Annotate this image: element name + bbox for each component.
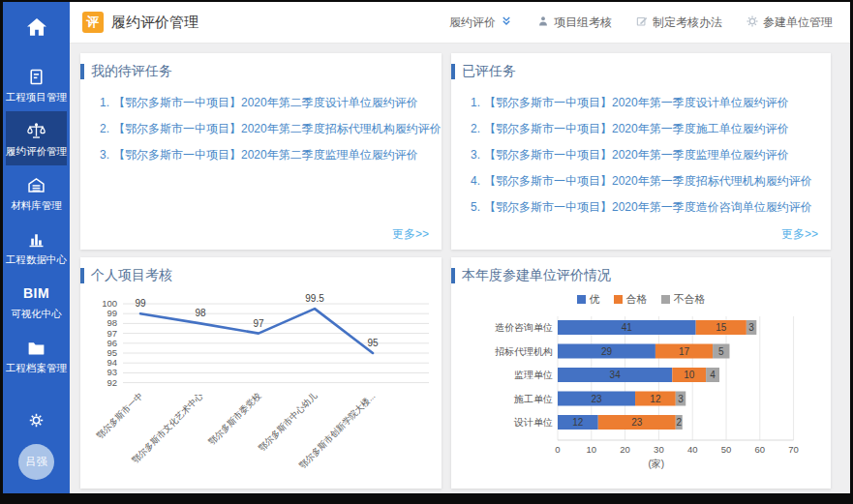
task-number: 4. — [471, 175, 480, 187]
page-title: 履约评价管理 — [111, 14, 198, 32]
title-accent-bar — [451, 268, 455, 283]
panel-title-text: 我的待评任务 — [91, 63, 172, 80]
panel-title: 本年度参建单位评价情况 — [463, 267, 819, 284]
legend-swatch — [614, 295, 623, 304]
sidebar-item-label: 履约评价管理 — [6, 145, 67, 159]
edit-icon — [635, 15, 649, 31]
sidebar-item-materials[interactable]: 材料库管理 — [6, 165, 67, 220]
nav-label: 参建单位管理 — [763, 15, 833, 31]
task-text: 【鄂尔多斯市一中项目】2020年第一季度监理单位履约评价 — [484, 149, 789, 161]
svg-text:监理单位: 监理单位 — [514, 370, 553, 380]
svg-text:10: 10 — [684, 370, 695, 380]
svg-text:12: 12 — [572, 417, 584, 428]
svg-text:23: 23 — [591, 394, 602, 404]
home-icon — [24, 15, 49, 44]
bar-chart-icon — [26, 227, 46, 251]
sidebar-item-bim[interactable]: BIM可视化中心 — [6, 274, 67, 328]
settings-gear-icon[interactable] — [28, 412, 45, 432]
warehouse-icon — [26, 173, 46, 196]
svg-text:40: 40 — [687, 444, 698, 455]
panel-title: 我的待评任务 — [92, 63, 430, 80]
nav-performance-eval[interactable]: 履约评价 — [449, 15, 513, 31]
legend-item: 合格 — [614, 292, 648, 307]
task-link[interactable]: 4.【鄂尔多斯市一中项目】2020年第一季度招标代理机构履约评价 — [471, 175, 819, 187]
svg-text:23: 23 — [631, 417, 643, 428]
svg-text:30: 30 — [654, 444, 664, 455]
svg-text:4: 4 — [710, 370, 716, 380]
content-grid: 我的待评任务 1.【鄂尔多斯市一中项目】2020年第二季度设计单位履约评价2.【… — [70, 44, 850, 493]
svg-text:99.5: 99.5 — [305, 293, 324, 304]
module-badge: 评 — [82, 12, 104, 33]
line-chart: 100999897969594939299989799.595鄂尔多斯市一中鄂尔… — [92, 288, 430, 484]
legend-label: 合格 — [626, 292, 648, 307]
sidebar-item-label: 可视化中心 — [11, 308, 62, 321]
sidebar-item-projects[interactable]: 工程项目管理 — [6, 57, 67, 111]
panel-title-text: 个人项目考核 — [91, 267, 172, 284]
svg-text:98: 98 — [195, 308, 206, 318]
document-icon — [26, 65, 46, 88]
user-avatar[interactable]: 吕强 — [18, 444, 54, 480]
svg-text:41: 41 — [622, 322, 633, 333]
nav-assessment-method[interactable]: 制定考核办法 — [635, 15, 722, 31]
svg-text:5: 5 — [718, 346, 724, 357]
svg-text:0: 0 — [555, 444, 560, 455]
task-link[interactable]: 3.【鄂尔多斯市一中项目】2020年第一季度监理单位履约评价 — [471, 149, 819, 161]
svg-text:鄂尔多斯市委党校: 鄂尔多斯市委党校 — [206, 391, 262, 447]
nav-unit-management[interactable]: 参建单位管理 — [746, 15, 833, 31]
svg-text:施工单位: 施工单位 — [513, 394, 553, 404]
evaluated-task-list: 1.【鄂尔多斯市一中项目】2020年第一季度设计单位履约评价2.【鄂尔多斯市一中… — [463, 97, 819, 213]
stacked-bar-chart: 010203040506070造价咨询单位41153招标代理机构29175监理单… — [463, 311, 819, 475]
task-link[interactable]: 2.【鄂尔多斯市一中项目】2020年第二季度招标代理机构履约评价 — [100, 123, 430, 134]
task-link[interactable]: 1.【鄂尔多斯市一中项目】2020年第一季度设计单位履约评价 — [471, 97, 819, 108]
svg-text:12: 12 — [650, 394, 661, 404]
sidebar-home-button[interactable] — [3, 11, 70, 47]
title-accent-bar — [80, 64, 84, 79]
chevron-double-down-icon — [500, 15, 513, 31]
task-text: 【鄂尔多斯市一中项目】2020年第一季度招标代理机构履约评价 — [484, 175, 812, 187]
task-text: 【鄂尔多斯市一中项目】2020年第一季度施工单位履约评价 — [484, 123, 789, 134]
task-text: 【鄂尔多斯市一中项目】2020年第一季度设计单位履约评价 — [484, 97, 789, 108]
nav-label: 制定考核办法 — [653, 15, 722, 31]
task-link[interactable]: 3.【鄂尔多斯市一中项目】2020年第二季度监理单位履约评价 — [100, 149, 430, 161]
top-header: 评 履约评价管理 履约评价项目组考核制定考核办法参建单位管理 — [70, 2, 850, 44]
more-link[interactable]: 更多>> — [781, 226, 818, 243]
svg-text:50: 50 — [721, 444, 732, 455]
task-link[interactable]: 2.【鄂尔多斯市一中项目】2020年第一季度施工单位履约评价 — [471, 123, 819, 134]
sidebar-item-performance[interactable]: 履约评价管理 — [6, 111, 67, 165]
task-link[interactable]: 1.【鄂尔多斯市一中项目】2020年第二季度设计单位履约评价 — [100, 97, 430, 108]
legend-item: 优 — [577, 292, 600, 307]
svg-text:29: 29 — [601, 346, 613, 357]
svg-text:招标代理机构: 招标代理机构 — [495, 346, 553, 357]
task-number: 3. — [100, 149, 109, 161]
sidebar-item-archives[interactable]: 工程档案管理 — [6, 328, 67, 382]
legend-swatch — [577, 295, 586, 304]
panel-title: 已评任务 — [463, 63, 819, 80]
nav-team-assessment[interactable]: 项目组考核 — [536, 15, 612, 31]
panel-personal-assessment: 个人项目考核 100999897969594939299989799.595鄂尔… — [80, 257, 442, 489]
nav-label: 履约评价 — [449, 15, 496, 31]
top-navigation: 履约评价项目组考核制定考核办法参建单位管理 — [449, 15, 833, 31]
panel-evaluated-tasks: 已评任务 1.【鄂尔多斯市一中项目】2020年第一季度设计单位履约评价2.【鄂尔… — [451, 53, 831, 250]
app-window: 工程项目管理履约评价管理材料库管理工程数据中心BIM可视化中心工程档案管理 吕强… — [3, 2, 850, 493]
title-accent-bar — [80, 268, 84, 283]
svg-text:(家): (家) — [648, 459, 664, 469]
task-text: 【鄂尔多斯市一中项目】2020年第二季度招标代理机构履约评价 — [113, 123, 442, 134]
task-text: 【鄂尔多斯市一中项目】2020年第一季度造价咨询单位履约评价 — [484, 201, 812, 213]
sidebar-item-label: 材料库管理 — [11, 199, 62, 213]
svg-text:鄂尔多斯市文化艺术中心: 鄂尔多斯市文化艺术中心 — [130, 391, 204, 465]
panel-title-text: 已评任务 — [462, 63, 516, 80]
more-link[interactable]: 更多>> — [392, 226, 429, 243]
nav-label: 项目组考核 — [554, 15, 612, 31]
svg-text:15: 15 — [716, 322, 727, 333]
task-link[interactable]: 5.【鄂尔多斯市一中项目】2020年第一季度造价咨询单位履约评价 — [471, 201, 819, 213]
svg-text:97: 97 — [253, 318, 264, 329]
legend-label: 不合格 — [674, 292, 706, 307]
sidebar-item-data-center[interactable]: 工程数据中心 — [6, 220, 67, 274]
svg-text:鄂尔多斯市一中: 鄂尔多斯市一中 — [95, 391, 145, 441]
svg-text:17: 17 — [679, 346, 690, 357]
panel-unit-evaluation: 本年度参建单位评价情况 优合格不合格 010203040506070造价咨询单位… — [451, 257, 831, 489]
gear-icon — [746, 15, 759, 31]
panel-pending-tasks: 我的待评任务 1.【鄂尔多斯市一中项目】2020年第二季度设计单位履约评价2.【… — [80, 53, 442, 250]
svg-text:95: 95 — [367, 338, 379, 348]
main-column: 评 履约评价管理 履约评价项目组考核制定考核办法参建单位管理 我的待评任务 1.… — [70, 2, 850, 493]
